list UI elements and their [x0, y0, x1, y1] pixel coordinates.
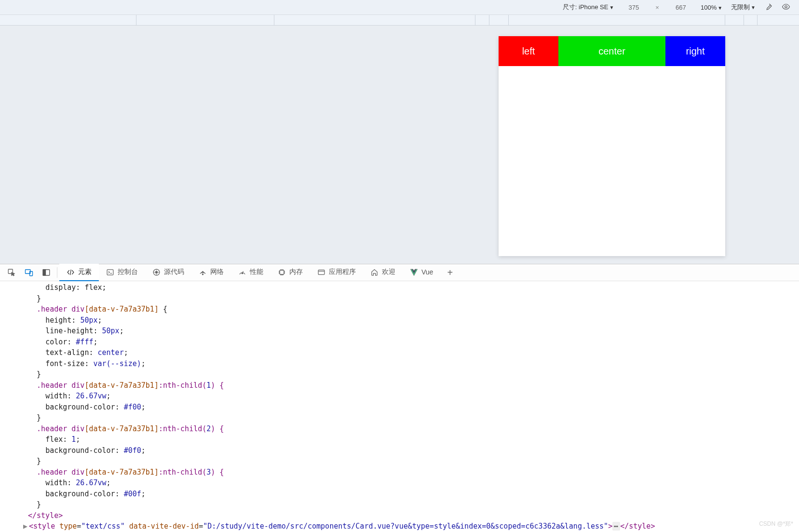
ruler-bar — [0, 15, 799, 26]
code-line: } — [0, 369, 799, 380]
eye-icon[interactable] — [782, 2, 790, 13]
tab-sources[interactable]: 源代码 — [145, 264, 191, 281]
left-box: left — [499, 36, 558, 66]
code-line: } — [0, 412, 799, 423]
devtools-tabs: 元素 控制台 源代码 网络 性能 内存 应用程序 欢迎 Vue + — [0, 264, 799, 281]
code-line: width: 26.67vw; — [0, 477, 799, 489]
svg-point-0 — [785, 5, 787, 8]
code-line: line-height: 50px; — [0, 326, 799, 337]
code-line: display: flex; — [0, 282, 799, 293]
code-line: background-color: #f00; — [0, 402, 799, 413]
device-select[interactable]: iPhone SE▼ — [579, 3, 614, 11]
code-line: font-size: var(--size); — [0, 358, 799, 369]
svg-point-8 — [155, 271, 157, 273]
code-line: .header div[data-v-7a7a37b1]:nth-child(2… — [0, 423, 799, 435]
add-tab-button[interactable]: + — [440, 267, 460, 278]
svg-rect-5 — [43, 270, 45, 275]
code-line: width: 26.67vw; — [0, 391, 799, 402]
code-line: background-color: #0f0; — [0, 445, 799, 456]
tab-memory[interactable]: 内存 — [271, 264, 310, 281]
size-label: 尺寸: iPhone SE▼ — [563, 3, 614, 12]
tab-console[interactable]: 控制台 — [99, 264, 145, 281]
device-frame: left center right — [499, 36, 725, 256]
code-line: flex: 1; — [0, 434, 799, 445]
code-line: color: #fff; — [0, 337, 799, 348]
watermark: CSDN @*郑* — [759, 520, 793, 528]
code-line: } — [0, 293, 799, 304]
center-box: center — [558, 36, 665, 66]
right-box: right — [665, 36, 725, 66]
width-input[interactable]: 375 — [623, 4, 645, 11]
code-line: } — [0, 456, 799, 467]
throttle-select[interactable]: 无限制▼ — [731, 3, 756, 12]
viewport-area: left center right — [0, 26, 799, 264]
dock-side-icon[interactable] — [38, 264, 55, 281]
code-line: background-color: #00f; — [0, 489, 799, 500]
dimension-separator: × — [655, 4, 659, 11]
svg-rect-11 — [280, 270, 284, 274]
tab-network[interactable]: 网络 — [191, 264, 231, 281]
code-line: text-align: center; — [0, 347, 799, 358]
code-line: .header div[data-v-7a7a37b1] { — [0, 304, 799, 315]
device-toolbar: 尺寸: iPhone SE▼ 375 × 667 100%▼ 无限制▼ — [0, 0, 799, 15]
tab-application[interactable]: 应用程序 — [310, 264, 363, 281]
code-line: height: 50px; — [0, 315, 799, 326]
tab-performance[interactable]: 性能 — [231, 264, 271, 281]
svg-rect-12 — [318, 270, 325, 274]
tab-welcome[interactable]: 欢迎 — [363, 264, 403, 281]
inspect-element-icon[interactable] — [3, 264, 20, 281]
code-line: .header div[data-v-7a7a37b1]:nth-child(1… — [0, 380, 799, 391]
code-line: } — [0, 499, 799, 510]
svg-point-9 — [202, 273, 203, 274]
zoom-select[interactable]: 100%▼ — [701, 4, 722, 11]
code-line: ▶<style type="text/css" data-vite-dev-id… — [0, 521, 799, 532]
svg-rect-6 — [107, 269, 113, 274]
height-input[interactable]: 667 — [670, 4, 692, 11]
code-line: </style> — [0, 510, 799, 521]
elements-panel-code: display: flex; } .header div[data-v-7a7a… — [0, 281, 799, 532]
tab-vue[interactable]: Vue — [403, 264, 440, 281]
header-row: left center right — [499, 36, 725, 66]
tab-elements[interactable]: 元素 — [59, 264, 99, 281]
device-toggle-icon[interactable] — [20, 264, 38, 281]
eyedropper-icon[interactable] — [764, 2, 773, 13]
code-line: .header div[data-v-7a7a37b1]:nth-child(3… — [0, 467, 799, 478]
svg-point-10 — [242, 273, 243, 273]
